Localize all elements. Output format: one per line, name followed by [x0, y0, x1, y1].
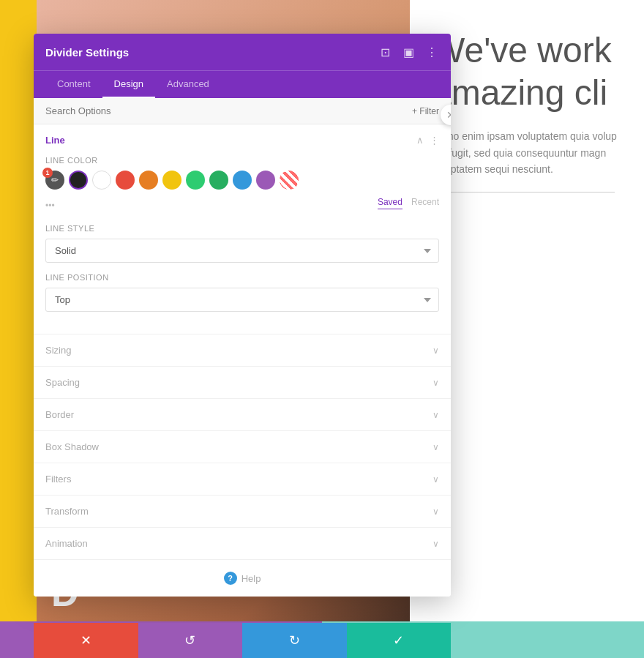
line-section-title: Line: [45, 135, 65, 146]
expand-icon[interactable]: ⊡: [378, 45, 392, 59]
line-color-field: Line Color 1 ✏: [45, 156, 439, 214]
swatch-badge: 1: [42, 168, 53, 178]
swatch-green-light[interactable]: [186, 171, 205, 190]
swatch-yellow-circle[interactable]: [162, 171, 181, 190]
box-shadow-section: Box Shadow ∨: [34, 431, 451, 463]
transform-section: Transform ∨: [34, 496, 451, 528]
save-button[interactable]: ✓: [347, 623, 452, 658]
swatch-purple[interactable]: [256, 171, 275, 190]
swatch-green-dark-circle[interactable]: [209, 171, 228, 190]
transform-title: Transform: [45, 506, 89, 517]
line-collapse-icon[interactable]: ∧: [416, 135, 424, 146]
line-section-content: Line Color 1 ✏: [34, 156, 451, 334]
swatch-orange[interactable]: [139, 171, 158, 190]
animation-section: Animation ∨: [34, 528, 451, 560]
filter-button[interactable]: + Filter: [412, 106, 439, 116]
cancel-button[interactable]: ✕: [34, 623, 138, 658]
panel-body: Line ∧ ⋮ Line Color 1 ✏: [34, 124, 451, 597]
swatch-white[interactable]: [92, 171, 111, 190]
transform-section-header[interactable]: Transform ∨: [34, 496, 451, 527]
line-style-label: Line Style: [45, 224, 439, 233]
border-title: Border: [45, 409, 74, 420]
box-shadow-section-header[interactable]: Box Shadow ∨: [34, 431, 451, 463]
undo-button[interactable]: ↺: [138, 623, 243, 658]
swatch-red[interactable]: [116, 171, 135, 190]
color-tabs: Saved Recent: [378, 197, 439, 209]
animation-chevron[interactable]: ∨: [433, 539, 439, 549]
swatch-red-circle[interactable]: [116, 171, 135, 190]
line-section: Line ∧ ⋮ Line Color 1 ✏: [34, 124, 451, 334]
panel-header-icons: ⊡ ▣ ⋮: [378, 45, 439, 59]
search-bar: + Filter: [34, 98, 451, 124]
panel-tabs: Content Design Advanced: [34, 70, 451, 98]
swatch-black-circle[interactable]: [69, 171, 88, 190]
bg-yellow-strip: [0, 0, 37, 658]
filters-chevron[interactable]: ∨: [433, 474, 439, 485]
border-section: Border ∨: [34, 399, 451, 431]
swatch-white-circle[interactable]: [92, 171, 111, 190]
panel-header: Divider Settings ⊡ ▣ ⋮: [34, 34, 451, 70]
sizing-section: Sizing ∨: [34, 334, 451, 367]
panel-title: Divider Settings: [45, 46, 129, 59]
bg-right-divider: [432, 192, 615, 192]
sizing-title: Sizing: [45, 345, 71, 356]
filters-section: Filters ∨: [34, 463, 451, 496]
line-style-field: Line Style Solid Dashed Dotted Double: [45, 224, 439, 263]
tab-design[interactable]: Design: [102, 71, 155, 98]
line-position-select[interactable]: Top Bottom Center: [45, 288, 439, 312]
spacing-section-header[interactable]: Spacing ∨: [34, 367, 451, 398]
swatch-purple-circle[interactable]: [256, 171, 275, 190]
filters-section-header[interactable]: Filters ∨: [34, 463, 451, 495]
animation-title: Animation: [45, 538, 88, 549]
divider-settings-panel: Divider Settings ⊡ ▣ ⋮ Content Design Ad…: [34, 34, 451, 597]
more-options-icon[interactable]: ⋮: [424, 45, 439, 59]
swatch-blue[interactable]: [233, 171, 252, 190]
line-position-label: Line Position: [45, 273, 439, 282]
line-section-icons: ∧ ⋮: [416, 135, 439, 146]
color-swatches: 1 ✏: [45, 171, 439, 190]
help-label[interactable]: Help: [242, 573, 261, 584]
line-more-icon[interactable]: ⋮: [430, 135, 439, 146]
animation-section-header[interactable]: Animation ∨: [34, 528, 451, 559]
action-bar: ✕ ↺ ↻ ✓: [34, 623, 451, 658]
help-area: ? Help: [34, 560, 451, 597]
line-color-label: Line Color: [45, 156, 439, 165]
sizing-chevron[interactable]: ∨: [433, 345, 439, 356]
box-shadow-title: Box Shadow: [45, 441, 99, 452]
line-style-select[interactable]: Solid Dashed Dotted Double: [45, 239, 439, 263]
tab-advanced[interactable]: Advanced: [155, 71, 221, 98]
transform-chevron[interactable]: ∨: [433, 506, 439, 517]
swatch-orange-circle[interactable]: [139, 171, 158, 190]
filters-title: Filters: [45, 474, 71, 485]
swatch-striped-circle[interactable]: [280, 171, 299, 190]
swatch-yellow[interactable]: [162, 171, 181, 190]
sizing-section-header[interactable]: Sizing ∨: [34, 334, 451, 366]
swatch-dark[interactable]: 1 ✏: [45, 171, 64, 190]
spacing-title: Spacing: [45, 377, 80, 388]
redo-button[interactable]: ↻: [242, 623, 347, 658]
border-section-header[interactable]: Border ∨: [34, 399, 451, 430]
swatch-blue-circle[interactable]: [233, 171, 252, 190]
help-icon[interactable]: ?: [224, 572, 237, 585]
swatch-green-light-circle[interactable]: [186, 171, 205, 190]
box-shadow-chevron[interactable]: ∨: [433, 442, 439, 452]
swatch-green-dark[interactable]: [209, 171, 228, 190]
search-input[interactable]: [45, 105, 412, 116]
columns-icon[interactable]: ▣: [401, 45, 416, 59]
saved-tab[interactable]: Saved: [378, 197, 402, 209]
line-position-field: Line Position Top Bottom Center: [45, 273, 439, 312]
swatch-striped[interactable]: [280, 171, 299, 190]
color-dots[interactable]: •••: [45, 201, 55, 211]
spacing-section: Spacing ∨: [34, 367, 451, 399]
recent-tab[interactable]: Recent: [411, 197, 439, 209]
spacing-chevron[interactable]: ∨: [433, 378, 439, 388]
tab-content[interactable]: Content: [45, 71, 102, 98]
line-section-header[interactable]: Line ∧ ⋮: [34, 124, 451, 156]
bg-right-title: We've work amazing cli: [432, 29, 622, 113]
border-chevron[interactable]: ∨: [433, 410, 439, 420]
swatch-black[interactable]: [69, 171, 88, 190]
bg-right-body: Nemo enim ipsam voluptatem quia volup au…: [432, 128, 622, 177]
